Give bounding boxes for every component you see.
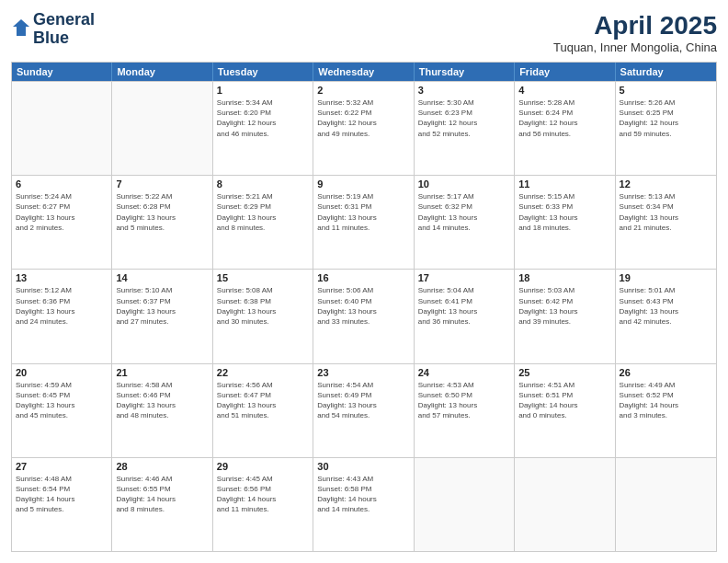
logo-text-general: General — [33, 11, 95, 29]
day-number: 28 — [116, 461, 208, 472]
day-info: Sunrise: 5:21 AM Sunset: 6:29 PM Dayligh… — [217, 191, 309, 233]
calendar-cell: 23Sunrise: 4:54 AM Sunset: 6:49 PM Dayli… — [313, 364, 414, 457]
day-number: 20 — [16, 367, 108, 378]
day-number: 21 — [116, 367, 208, 378]
calendar-row: 13Sunrise: 5:12 AM Sunset: 6:36 PM Dayli… — [12, 269, 716, 362]
calendar-cell: 26Sunrise: 4:49 AM Sunset: 6:52 PM Dayli… — [616, 364, 716, 457]
calendar-cell: 18Sunrise: 5:03 AM Sunset: 6:42 PM Dayli… — [515, 270, 615, 362]
day-info: Sunrise: 5:30 AM Sunset: 6:23 PM Dayligh… — [418, 98, 510, 139]
weekday-header: Saturday — [616, 63, 716, 81]
day-number: 15 — [217, 272, 309, 283]
calendar-cell: 19Sunrise: 5:01 AM Sunset: 6:43 PM Dayli… — [616, 270, 716, 362]
day-number: 19 — [620, 272, 712, 283]
calendar-cell: 2Sunrise: 5:32 AM Sunset: 6:22 PM Daylig… — [313, 82, 414, 175]
calendar-cell: 3Sunrise: 5:30 AM Sunset: 6:23 PM Daylig… — [415, 82, 515, 175]
calendar-cell: 5Sunrise: 5:26 AM Sunset: 6:25 PM Daylig… — [616, 82, 716, 175]
logo-text-blue: Blue — [33, 29, 95, 48]
calendar-cell: 29Sunrise: 4:45 AM Sunset: 6:56 PM Dayli… — [213, 458, 313, 551]
calendar-cell: 24Sunrise: 4:53 AM Sunset: 6:50 PM Dayli… — [415, 364, 515, 457]
calendar-cell: 13Sunrise: 5:12 AM Sunset: 6:36 PM Dayli… — [12, 270, 112, 362]
calendar-cell: 21Sunrise: 4:58 AM Sunset: 6:46 PM Dayli… — [112, 364, 212, 457]
day-number: 10 — [418, 178, 510, 190]
day-info: Sunrise: 4:56 AM Sunset: 6:47 PM Dayligh… — [217, 380, 309, 421]
weekday-header: Monday — [112, 63, 212, 81]
calendar-row: 27Sunrise: 4:48 AM Sunset: 6:54 PM Dayli… — [12, 457, 716, 551]
calendar-body: 1Sunrise: 5:34 AM Sunset: 6:20 PM Daylig… — [12, 81, 716, 551]
day-info: Sunrise: 4:46 AM Sunset: 6:55 PM Dayligh… — [116, 474, 208, 515]
day-number: 16 — [317, 272, 409, 283]
day-number: 6 — [16, 178, 108, 190]
day-info: Sunrise: 5:22 AM Sunset: 6:28 PM Dayligh… — [116, 191, 208, 233]
main-title: April 2025 — [553, 11, 717, 40]
day-number: 2 — [317, 85, 409, 96]
weekday-header: Sunday — [12, 63, 112, 81]
calendar-row: 1Sunrise: 5:34 AM Sunset: 6:20 PM Daylig… — [12, 81, 716, 175]
day-info: Sunrise: 5:34 AM Sunset: 6:20 PM Dayligh… — [217, 98, 309, 139]
day-number: 25 — [518, 367, 610, 378]
day-number: 17 — [418, 272, 510, 283]
day-number: 5 — [620, 85, 712, 96]
day-number: 23 — [317, 367, 409, 378]
day-info: Sunrise: 4:45 AM Sunset: 6:56 PM Dayligh… — [217, 474, 309, 515]
page: General Blue April 2025 Tuquan, Inner Mo… — [0, 0, 728, 563]
day-number: 3 — [418, 85, 510, 96]
calendar-cell — [616, 458, 716, 551]
day-info: Sunrise: 5:08 AM Sunset: 6:38 PM Dayligh… — [217, 285, 309, 327]
day-info: Sunrise: 5:01 AM Sunset: 6:43 PM Dayligh… — [620, 285, 712, 327]
day-number: 9 — [317, 178, 409, 190]
calendar-header: SundayMondayTuesdayWednesdayThursdayFrid… — [12, 63, 716, 81]
day-number: 29 — [217, 461, 309, 472]
calendar-cell: 22Sunrise: 4:56 AM Sunset: 6:47 PM Dayli… — [213, 364, 313, 457]
calendar-cell: 9Sunrise: 5:19 AM Sunset: 6:31 PM Daylig… — [313, 176, 414, 269]
calendar-cell: 6Sunrise: 5:24 AM Sunset: 6:27 PM Daylig… — [12, 176, 112, 269]
day-number: 24 — [418, 367, 510, 378]
day-number: 13 — [16, 272, 108, 283]
calendar-cell: 11Sunrise: 5:15 AM Sunset: 6:33 PM Dayli… — [515, 176, 615, 269]
calendar-cell: 7Sunrise: 5:22 AM Sunset: 6:28 PM Daylig… — [112, 176, 212, 269]
svg-marker-0 — [13, 19, 29, 36]
day-number: 11 — [518, 178, 610, 190]
day-info: Sunrise: 5:10 AM Sunset: 6:37 PM Dayligh… — [116, 285, 208, 327]
logo-icon — [11, 17, 31, 38]
calendar-cell — [515, 458, 615, 551]
day-number: 26 — [620, 367, 712, 378]
day-number: 14 — [116, 272, 208, 283]
calendar-cell: 16Sunrise: 5:06 AM Sunset: 6:40 PM Dayli… — [313, 270, 414, 362]
day-info: Sunrise: 5:28 AM Sunset: 6:24 PM Dayligh… — [518, 98, 610, 139]
calendar-cell: 15Sunrise: 5:08 AM Sunset: 6:38 PM Dayli… — [213, 270, 313, 362]
calendar-cell — [112, 82, 212, 175]
calendar-cell — [415, 458, 515, 551]
day-info: Sunrise: 5:06 AM Sunset: 6:40 PM Dayligh… — [317, 285, 409, 327]
day-number: 4 — [518, 85, 610, 96]
day-info: Sunrise: 4:53 AM Sunset: 6:50 PM Dayligh… — [418, 380, 510, 421]
day-info: Sunrise: 5:03 AM Sunset: 6:42 PM Dayligh… — [518, 285, 610, 327]
calendar-cell: 4Sunrise: 5:28 AM Sunset: 6:24 PM Daylig… — [515, 82, 615, 175]
day-info: Sunrise: 5:24 AM Sunset: 6:27 PM Dayligh… — [16, 191, 108, 233]
calendar-cell: 30Sunrise: 4:43 AM Sunset: 6:58 PM Dayli… — [313, 458, 414, 551]
day-info: Sunrise: 4:59 AM Sunset: 6:45 PM Dayligh… — [16, 380, 108, 421]
weekday-header: Wednesday — [313, 63, 414, 81]
day-number: 1 — [217, 85, 309, 96]
calendar: SundayMondayTuesdayWednesdayThursdayFrid… — [11, 62, 717, 552]
calendar-cell: 25Sunrise: 4:51 AM Sunset: 6:51 PM Dayli… — [515, 364, 615, 457]
day-number: 8 — [217, 178, 309, 190]
weekday-header: Tuesday — [213, 63, 313, 81]
day-number: 22 — [217, 367, 309, 378]
day-number: 12 — [620, 178, 712, 190]
calendar-cell: 10Sunrise: 5:17 AM Sunset: 6:32 PM Dayli… — [415, 176, 515, 269]
calendar-cell: 1Sunrise: 5:34 AM Sunset: 6:20 PM Daylig… — [213, 82, 313, 175]
day-info: Sunrise: 5:12 AM Sunset: 6:36 PM Dayligh… — [16, 285, 108, 327]
subtitle: Tuquan, Inner Mongolia, China — [553, 40, 717, 54]
day-info: Sunrise: 5:19 AM Sunset: 6:31 PM Dayligh… — [317, 191, 409, 233]
calendar-cell: 14Sunrise: 5:10 AM Sunset: 6:37 PM Dayli… — [112, 270, 212, 362]
calendar-cell: 12Sunrise: 5:13 AM Sunset: 6:34 PM Dayli… — [616, 176, 716, 269]
day-info: Sunrise: 4:49 AM Sunset: 6:52 PM Dayligh… — [620, 380, 712, 421]
day-info: Sunrise: 5:17 AM Sunset: 6:32 PM Dayligh… — [418, 191, 510, 233]
day-info: Sunrise: 5:15 AM Sunset: 6:33 PM Dayligh… — [518, 191, 610, 233]
day-info: Sunrise: 4:43 AM Sunset: 6:58 PM Dayligh… — [317, 474, 409, 515]
logo: General Blue — [11, 11, 95, 48]
day-info: Sunrise: 5:26 AM Sunset: 6:25 PM Dayligh… — [620, 98, 712, 139]
day-info: Sunrise: 4:54 AM Sunset: 6:49 PM Dayligh… — [317, 380, 409, 421]
title-area: April 2025 Tuquan, Inner Mongolia, China — [553, 11, 717, 54]
calendar-row: 6Sunrise: 5:24 AM Sunset: 6:27 PM Daylig… — [12, 175, 716, 269]
